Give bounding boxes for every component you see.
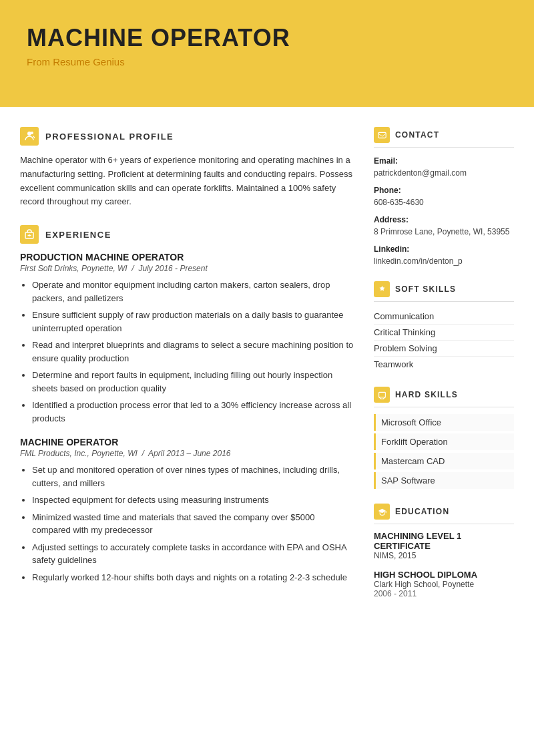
- education-section: EDUCATION MACHINING LEVEL 1 CERTIFICATE …: [374, 504, 514, 598]
- job-1-title: PRODUCTION MACHINE OPERATOR: [20, 252, 354, 262]
- list-item: Read and interpret blueprints and diagra…: [32, 339, 354, 365]
- edu-certificate-degree: MACHINING LEVEL 1 CERTIFICATE: [374, 531, 514, 551]
- list-item: Inspected equipment for defects using me…: [32, 494, 354, 507]
- hard-skill-mastercam: Mastercam CAD: [374, 453, 514, 469]
- phone-value: 608-635-4630: [374, 198, 424, 207]
- left-column: PROFESSIONAL PROFILE Machine operator wi…: [20, 127, 354, 613]
- profile-icon: [20, 127, 39, 146]
- job-2: MACHINE OPERATOR FML Products, Inc., Poy…: [20, 437, 354, 584]
- list-item: Regularly worked 12-hour shifts both day…: [32, 571, 354, 584]
- edu-diploma-degree: HIGH SCHOOL DIPLOMA: [374, 570, 514, 580]
- soft-skills-icon: [374, 281, 390, 297]
- job-1-meta: First Soft Drinks, Poynette, WI / July 2…: [20, 264, 354, 273]
- contact-section-title: CONTACT: [395, 130, 439, 140]
- hard-skills-header: HARD SKILLS: [374, 387, 514, 407]
- job-1: PRODUCTION MACHINE OPERATOR First Soft D…: [20, 252, 354, 425]
- profile-text: Machine operator with 6+ years of experi…: [20, 154, 354, 209]
- education-title: EDUCATION: [395, 507, 449, 516]
- profile-section-title: PROFESSIONAL PROFILE: [45, 132, 174, 142]
- list-item: Adjusted settings to accurately complete…: [32, 541, 354, 567]
- contact-address: Address: 8 Primrose Lane, Poynette, WI, …: [374, 213, 514, 237]
- skill-problem-solving: Problem Solving: [374, 341, 514, 357]
- phone-label: Phone:: [374, 186, 401, 195]
- experience-header: EXPERIENCE: [20, 225, 354, 244]
- linkedin-value: linkedin.com/in/denton_p: [374, 256, 463, 266]
- job-1-bullets: Operate and monitor equipment including …: [20, 278, 354, 425]
- header-title: MACHINE OPERATOR: [27, 24, 507, 52]
- job-2-title: MACHINE OPERATOR: [20, 437, 354, 447]
- hard-skill-sap: SAP Software: [374, 472, 514, 489]
- profile-header: PROFESSIONAL PROFILE: [20, 127, 354, 146]
- contact-section: CONTACT Email: patrickdenton@gmail.com P…: [374, 127, 514, 266]
- experience-section-title: EXPERIENCE: [45, 230, 111, 240]
- skill-teamwork: Teamwork: [374, 357, 514, 372]
- education-icon: [374, 504, 390, 520]
- job-2-bullets: Set up and monitored operation of over n…: [20, 463, 354, 584]
- hard-skills-title: HARD SKILLS: [395, 390, 458, 399]
- linkedin-label: Linkedin:: [374, 244, 409, 254]
- contact-phone: Phone: 608-635-4630: [374, 184, 514, 208]
- edu-certificate-school: NIMS, 2015: [374, 551, 514, 560]
- skill-communication: Communication: [374, 309, 514, 325]
- soft-skills-title: SOFT SKILLS: [395, 285, 456, 294]
- edu-certificate: MACHINING LEVEL 1 CERTIFICATE NIMS, 2015: [374, 531, 514, 560]
- list-item: Minimized wasted time and materials that…: [32, 511, 354, 537]
- main-content: PROFESSIONAL PROFILE Machine operator wi…: [0, 107, 534, 633]
- hard-skill-forklift: Forklift Operation: [374, 433, 514, 450]
- svg-rect-6: [378, 392, 385, 397]
- list-item: Operate and monitor equipment including …: [32, 278, 354, 305]
- header-subtitle: From Resume Genius: [27, 56, 507, 67]
- hard-skill-microsoft: Microsoft Office: [374, 414, 514, 431]
- svg-point-0: [27, 132, 31, 136]
- experience-icon: [20, 225, 39, 244]
- email-label: Email:: [374, 156, 398, 166]
- edu-diploma-year: 2006 - 2011: [374, 589, 514, 598]
- list-item: Determine and report faults in equipment…: [32, 369, 354, 395]
- svg-point-1: [31, 132, 33, 134]
- profile-section: PROFESSIONAL PROFILE Machine operator wi…: [20, 127, 354, 209]
- email-value: patrickdenton@gmail.com: [374, 168, 467, 178]
- edu-diploma: HIGH SCHOOL DIPLOMA Clark High School, P…: [374, 570, 514, 598]
- hard-skills-section: HARD SKILLS Microsoft Office Forklift Op…: [374, 387, 514, 489]
- soft-skills-section: SOFT SKILLS Communication Critical Think…: [374, 281, 514, 372]
- skill-critical-thinking: Critical Thinking: [374, 325, 514, 341]
- contact-linkedin: Linkedin: linkedin.com/in/denton_p: [374, 242, 514, 266]
- edu-diploma-school: Clark High School, Poynette: [374, 580, 514, 589]
- svg-rect-5: [378, 132, 385, 138]
- header: MACHINE OPERATOR From Resume Genius: [0, 0, 534, 107]
- experience-section: EXPERIENCE PRODUCTION MACHINE OPERATOR F…: [20, 225, 354, 584]
- job-2-meta: FML Products, Inc., Poynette, WI / April…: [20, 449, 354, 458]
- contact-icon: [374, 127, 390, 143]
- education-header: EDUCATION: [374, 504, 514, 524]
- list-item: Ensure sufficient supply of raw producti…: [32, 309, 354, 335]
- address-value: 8 Primrose Lane, Poynette, WI, 53955: [374, 227, 509, 236]
- contact-header: CONTACT: [374, 127, 514, 148]
- list-item: Set up and monitored operation of over n…: [32, 463, 354, 490]
- hard-skills-icon: [374, 387, 390, 403]
- list-item: Identified a production process error th…: [32, 399, 354, 425]
- contact-email: Email: patrickdenton@gmail.com: [374, 154, 514, 178]
- address-label: Address:: [374, 215, 409, 224]
- soft-skills-header: SOFT SKILLS: [374, 281, 514, 302]
- right-column: CONTACT Email: patrickdenton@gmail.com P…: [374, 127, 514, 613]
